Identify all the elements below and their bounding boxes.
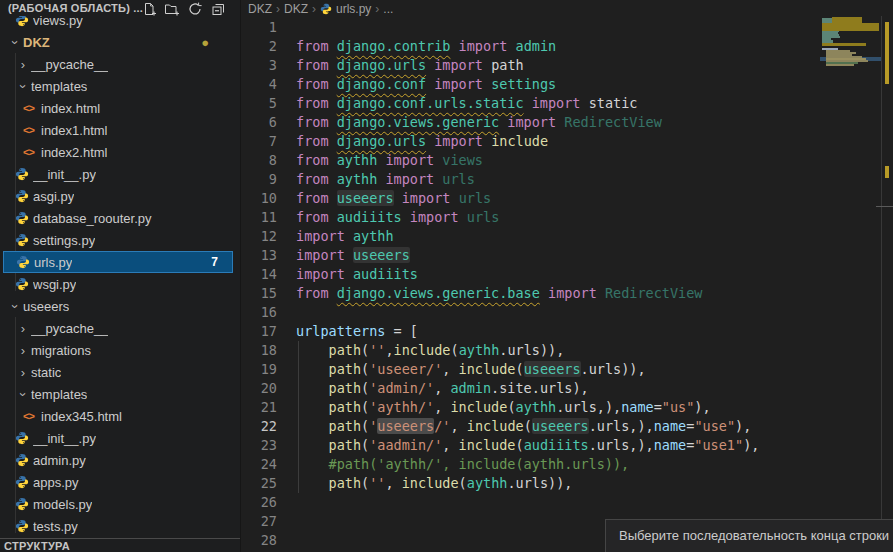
tree-item-database-roouter-py[interactable]: database_roouter.py xyxy=(3,207,233,229)
line-number[interactable]: 23 xyxy=(241,436,277,455)
line-number[interactable]: 2 xyxy=(241,37,277,56)
chevron-right-icon[interactable]: › xyxy=(15,321,31,336)
code-line-6[interactable]: 6from django.views.generic import Redire… xyxy=(241,113,816,132)
tree-item-init-py[interactable]: __init__.py xyxy=(3,427,233,449)
chevron-down-icon[interactable]: › xyxy=(16,386,31,402)
line-number[interactable]: 5 xyxy=(241,94,277,113)
line-number[interactable]: 7 xyxy=(241,132,277,151)
chevron-down-icon[interactable]: › xyxy=(8,34,23,50)
new-file-icon[interactable] xyxy=(141,1,157,17)
code-line-19[interactable]: 19 path('useeer/', include(useeers.urls)… xyxy=(241,360,816,379)
code-line-14[interactable]: 14import audiiits xyxy=(241,265,816,284)
code-line-3[interactable]: 3from django.urls import path xyxy=(241,56,816,75)
chevron-right-icon[interactable]: › xyxy=(15,343,31,358)
line-number[interactable]: 18 xyxy=(241,341,277,360)
tree-item-index2-html[interactable]: <>index2.html xyxy=(3,141,233,163)
code-token: from xyxy=(296,114,329,130)
line-number[interactable]: 15 xyxy=(241,284,277,303)
line-number[interactable]: 11 xyxy=(241,208,277,227)
code-area[interactable]: 12from django.contrib import admin3from … xyxy=(241,18,816,550)
code-line-17[interactable]: 17urlpatterns = [ xyxy=(241,322,816,341)
line-number[interactable]: 16 xyxy=(241,303,277,322)
tree-item-wsgi-py[interactable]: wsgi.py xyxy=(3,273,233,295)
code-line-16[interactable]: 16 xyxy=(241,303,816,322)
code-line-24[interactable]: 24 #path('aythh/', include(aythh.urls)), xyxy=(241,455,816,474)
line-number[interactable]: 14 xyxy=(241,265,277,284)
code-line-8[interactable]: 8from aythh import views xyxy=(241,151,816,170)
tree-item-index1-html[interactable]: <>index1.html xyxy=(3,119,233,141)
line-number[interactable]: 19 xyxy=(241,360,277,379)
code-line-23[interactable]: 23 path('aadmin/', include(audiiits.urls… xyxy=(241,436,816,455)
editor-pane[interactable]: DKZ›DKZ› urls.py›... 12from django.contr… xyxy=(241,0,893,552)
tree-item-models-py[interactable]: models.py xyxy=(3,493,233,515)
line-number[interactable]: 8 xyxy=(241,151,277,170)
line-number[interactable]: 21 xyxy=(241,398,277,417)
breadcrumb-item-[interactable]: ... xyxy=(383,2,393,16)
tree-item-tests-py[interactable]: tests.py xyxy=(3,515,233,537)
outline-section-header[interactable]: СТРУКТУРА xyxy=(0,538,240,552)
refresh-icon[interactable] xyxy=(187,1,203,17)
code-line-12[interactable]: 12import aythh xyxy=(241,227,816,246)
breadcrumb-item-dkz[interactable]: DKZ xyxy=(284,2,308,16)
tree-item-apps-py[interactable]: apps.py xyxy=(3,471,233,493)
line-number[interactable]: 10 xyxy=(241,189,277,208)
code-line-10[interactable]: 10from useeers import urls xyxy=(241,189,816,208)
collapse-all-icon[interactable] xyxy=(210,1,226,17)
code-line-26[interactable]: 26 xyxy=(241,493,816,512)
chevron-down-icon[interactable]: › xyxy=(8,298,23,314)
code-line-25[interactable]: 25 path('', include(aythh.urls)), xyxy=(241,474,816,493)
tree-item-migrations[interactable]: ›migrations xyxy=(3,339,233,361)
explorer-section-header[interactable]: (РАБОЧАЯ ОБЛАСТЬ) ... xyxy=(0,0,240,16)
line-number[interactable]: 12 xyxy=(241,227,277,246)
minimap[interactable] xyxy=(820,16,881,111)
tree-item-admin-py[interactable]: admin.py xyxy=(3,449,233,471)
line-number[interactable]: 20 xyxy=(241,379,277,398)
code-line-22[interactable]: 22 path('useeers/', include(useeers.urls… xyxy=(241,417,816,436)
code-line-18[interactable]: 18 path('',include(aythh.urls)), xyxy=(241,341,816,360)
code-line-20[interactable]: 20 path('admin/', admin.site.urls), xyxy=(241,379,816,398)
code-line-9[interactable]: 9from aythh import urls xyxy=(241,170,816,189)
code-line-5[interactable]: 5from django.conf.urls.static import sta… xyxy=(241,94,816,113)
code-line-7[interactable]: 7from django.urls import include xyxy=(241,132,816,151)
line-number[interactable]: 3 xyxy=(241,56,277,75)
tree-item-pycache[interactable]: ›__pycache__ xyxy=(3,53,233,75)
code-line-4[interactable]: 4from django.conf import settings xyxy=(241,75,816,94)
line-number[interactable]: 28 xyxy=(241,531,277,550)
breadcrumb-item-urls-py[interactable]: urls.py xyxy=(336,2,371,16)
line-number[interactable]: 6 xyxy=(241,113,277,132)
code-line-11[interactable]: 11from audiiits import urls xyxy=(241,208,816,227)
line-number[interactable]: 26 xyxy=(241,493,277,512)
chevron-right-icon[interactable]: › xyxy=(15,365,31,380)
tree-item-settings-py[interactable]: settings.py xyxy=(3,229,233,251)
line-number[interactable]: 22 xyxy=(241,417,277,436)
tree-item-asgi-py[interactable]: asgi.py xyxy=(3,185,233,207)
new-folder-icon[interactable] xyxy=(164,1,180,17)
line-number[interactable]: 27 xyxy=(241,512,277,531)
tree-item-index345-html[interactable]: <>index345.html xyxy=(3,405,233,427)
line-number[interactable]: 25 xyxy=(241,474,277,493)
tree-item-index-html[interactable]: <>index.html xyxy=(3,97,233,119)
code-line-1[interactable]: 1 xyxy=(241,18,816,37)
tree-item-static[interactable]: ›static xyxy=(3,361,233,383)
tree-item-init-py[interactable]: __init__.py xyxy=(3,163,233,185)
line-number[interactable]: 9 xyxy=(241,170,277,189)
code-line-2[interactable]: 2from django.contrib import admin xyxy=(241,37,816,56)
tree-item-useeers[interactable]: ›useeers xyxy=(3,295,233,317)
tree-item-urls-py[interactable]: urls.py7 xyxy=(3,251,233,273)
breadcrumb-item-dkz[interactable]: DKZ xyxy=(248,2,272,16)
line-number[interactable]: 1 xyxy=(241,18,277,37)
chevron-right-icon[interactable]: › xyxy=(15,57,31,72)
tree-item-dkz[interactable]: ›DKZ● xyxy=(3,31,233,53)
code-line-15[interactable]: 15from django.views.generic.base import … xyxy=(241,284,816,303)
line-number[interactable]: 17 xyxy=(241,322,277,341)
code-token xyxy=(329,76,337,92)
line-number[interactable]: 24 xyxy=(241,455,277,474)
tree-item-templates[interactable]: ›templates xyxy=(3,75,233,97)
line-number[interactable]: 13 xyxy=(241,246,277,265)
code-line-13[interactable]: 13import useeers xyxy=(241,246,816,265)
line-number[interactable]: 4 xyxy=(241,75,277,94)
chevron-down-icon[interactable]: › xyxy=(16,78,31,94)
tree-item-pycache[interactable]: ›__pycache__ xyxy=(3,317,233,339)
code-line-21[interactable]: 21 path('aythh/', include(aythh.urls,),n… xyxy=(241,398,816,417)
tree-item-templates[interactable]: ›templates xyxy=(3,383,233,405)
